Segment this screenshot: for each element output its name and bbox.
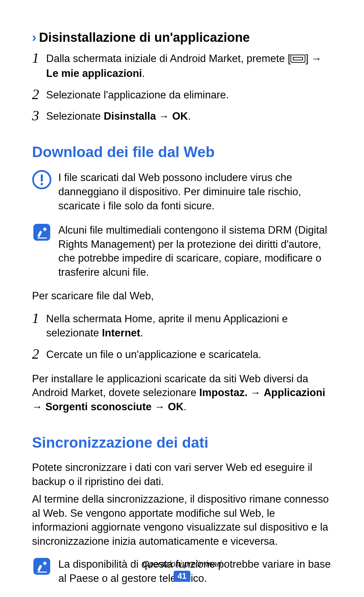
step-number: 3 [32,109,46,123]
download-lead: Per scaricare file dal Web, [32,289,332,303]
step-body: Dalla schermata iniziale di Android Mark… [46,51,322,81]
step-body: Selezionate l'applicazione da eliminare. [46,87,229,102]
warning-icon [32,170,52,189]
svg-rect-3 [41,174,43,182]
menu-key-icon [291,52,305,66]
step-body: Selezionate Disinstalla → OK. [46,109,191,123]
list-item: 2 Cercate un file o un'applicazione e sc… [32,347,332,362]
svg-rect-1 [293,57,303,60]
page-footer: Operazioni preliminari 41 [0,559,364,582]
note-text: Alcuni file multimediali contengono il s… [58,222,332,279]
step-number: 2 [32,347,46,361]
sync-p1: Potete sincronizzare i dati con vari ser… [32,460,332,489]
list-item: 2 Selezionate l'applicazione da eliminar… [32,87,332,102]
list-item: 1 Nella schermata Home, aprite il menu A… [32,311,332,340]
note-callout: Alcuni file multimediali contengono il s… [32,222,332,279]
step-number: 2 [32,87,46,101]
list-item: 1 Dalla schermata iniziale di Android Ma… [32,51,332,81]
svg-point-4 [41,183,43,185]
uninstall-heading: › Disinstallazione di un'applicazione [32,30,332,45]
sync-p2: Al termine della sincronizzazione, il di… [32,492,332,548]
download-steps: 1 Nella schermata Home, aprite il menu A… [32,311,332,362]
step-body: Nella schermata Home, aprite il menu App… [46,311,332,340]
warning-callout: I file scaricati dal Web possono include… [32,170,332,213]
download-heading: Download dei file dal Web [32,144,332,160]
chevron-icon: › [32,30,36,45]
uninstall-heading-text: Disinstallazione di un'applicazione [39,30,250,45]
step-body: Cercate un file o un'applicazione e scar… [46,347,261,362]
step-number: 1 [32,51,46,65]
step-number: 1 [32,311,46,325]
page: › Disinstallazione di un'applicazione 1 … [0,0,364,597]
warning-text: I file scaricati dal Web possono include… [58,170,332,213]
page-number: 41 [174,571,191,582]
uninstall-steps: 1 Dalla schermata iniziale di Android Ma… [32,51,332,123]
footer-section-label: Operazioni preliminari [0,559,364,569]
note-icon [32,222,52,242]
list-item: 3 Selezionate Disinstalla → OK. [32,109,332,123]
install-note: Per installare le applicazioni scaricate… [32,372,332,414]
sync-heading: Sincronizzazione dei dati [32,434,332,451]
